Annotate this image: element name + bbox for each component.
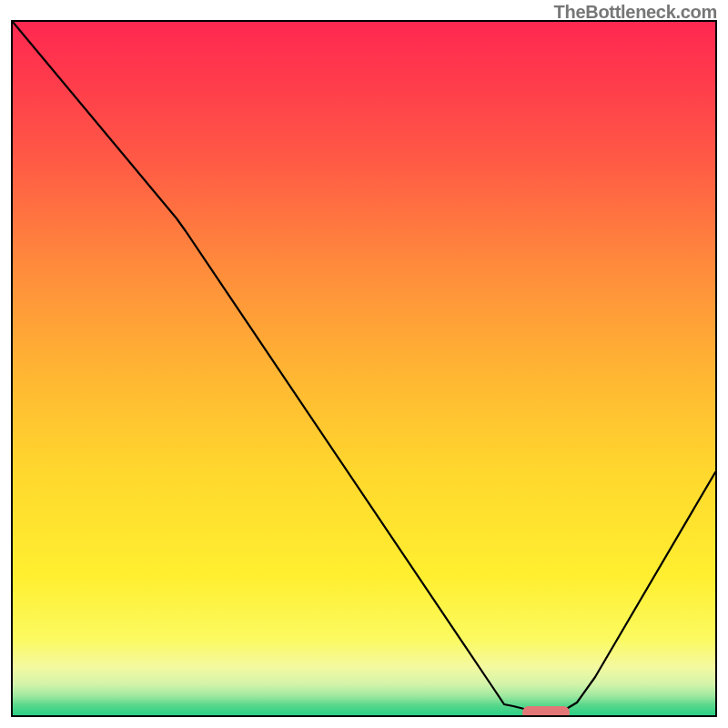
bottleneck-chart	[13, 22, 715, 715]
watermark-text: TheBottleneck.com	[554, 2, 717, 23]
chart-frame	[11, 20, 717, 717]
optimal-range-marker	[522, 706, 570, 715]
gradient-background	[13, 22, 715, 715]
